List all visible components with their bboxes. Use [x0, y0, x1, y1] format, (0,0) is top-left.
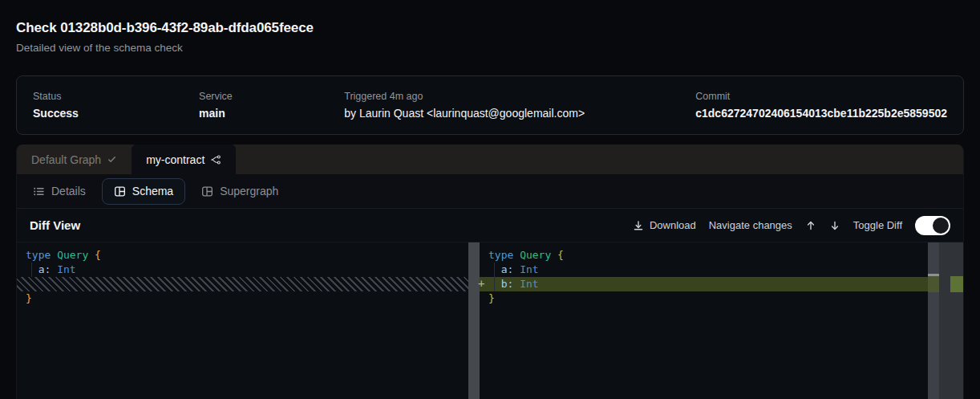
- download-label: Download: [650, 219, 696, 231]
- overview-added-marker: [950, 276, 963, 292]
- commit-value: c1dc62724702406154013cbe11b225b2e5859502: [695, 106, 947, 121]
- diff-right-code: type Query { a: Int b: Int}: [480, 248, 928, 306]
- code-line: a: Int: [17, 263, 468, 277]
- service-value: main: [199, 106, 344, 121]
- tab-details[interactable]: Details: [30, 185, 89, 197]
- panels-icon: [201, 185, 213, 197]
- overview-added-shadow: [928, 276, 939, 292]
- status-label: Status: [33, 90, 199, 103]
- tab-my-contract-label: my-contract: [146, 153, 205, 166]
- toggle-diff-switch[interactable]: [915, 216, 950, 235]
- panels-icon: [114, 185, 126, 197]
- next-change-button[interactable]: [829, 220, 840, 231]
- diff-right-pane: type Query { a: Int b: Int}: [480, 242, 928, 399]
- check-icon: [107, 154, 117, 165]
- diff-left-code: type Query { a: Int}: [17, 248, 468, 306]
- tab-schema-label: Schema: [132, 185, 173, 197]
- triggered-value: by Laurin Quast <laurinquast@googlemail.…: [344, 106, 695, 121]
- triggered-label: Triggered 4m ago: [344, 90, 695, 103]
- toggle-knob: [933, 218, 949, 234]
- summary-status: Status Success: [33, 90, 199, 121]
- diff-toolbar: Diff View Download Navigate changes: [17, 209, 963, 242]
- view-tab-bar: Details Schema Supergraph: [17, 174, 963, 209]
- summary-triggered: Triggered 4m ago by Laurin Quast <laurin…: [344, 90, 695, 121]
- diff-placeholder-line: [17, 277, 468, 291]
- navigate-changes-button[interactable]: Navigate changes: [709, 219, 792, 231]
- diff-view-title: Diff View: [30, 218, 80, 232]
- code-line: a: Int: [480, 263, 928, 277]
- code-line: }: [480, 291, 928, 306]
- diff-toolbar-actions: Download Navigate changes Toggle Diff: [633, 216, 950, 235]
- tab-my-contract[interactable]: my-contract: [132, 145, 236, 174]
- code-line: type Query {: [480, 248, 928, 263]
- overview-scrollbar-thumb[interactable]: [928, 242, 939, 399]
- code-line: }: [17, 291, 468, 306]
- navigate-changes-label: Navigate changes: [709, 219, 792, 231]
- arrow-down-icon: [829, 220, 840, 231]
- download-icon: [633, 220, 644, 231]
- list-icon: [33, 185, 45, 197]
- diff-added-line: b: Int: [480, 277, 928, 291]
- commit-label: Commit: [695, 90, 947, 103]
- summary-commit: Commit c1dc62724702406154013cbe11b225b2e…: [695, 90, 947, 121]
- diff-left-pane: type Query { a: Int}: [17, 242, 468, 399]
- tab-details-label: Details: [51, 185, 86, 197]
- check-detail-panel: Default Graph my-contract Details: [16, 145, 964, 399]
- toggle-diff-label: Toggle Diff: [853, 219, 902, 231]
- page-header: Check 01328b0d-b396-43f2-89ab-dfda065fee…: [16, 0, 964, 55]
- tab-supergraph[interactable]: Supergraph: [198, 185, 281, 197]
- page: Check 01328b0d-b396-43f2-89ab-dfda065fee…: [0, 0, 980, 399]
- left-pane-scrollbar[interactable]: [468, 242, 480, 399]
- graph-tab-bar: Default Graph my-contract: [17, 145, 963, 174]
- arrow-up-icon: [805, 220, 816, 231]
- check-summary-card: Status Success Service main Triggered 4m…: [16, 75, 964, 135]
- added-line-marker: +: [478, 276, 484, 291]
- tab-supergraph-label: Supergraph: [220, 185, 278, 197]
- page-subtitle: Detailed view of the schema check: [16, 41, 964, 55]
- page-title: Check 01328b0d-b396-43f2-89ab-dfda065fee…: [16, 19, 964, 37]
- diff-overview-ruler[interactable]: [928, 242, 963, 399]
- tab-default-graph[interactable]: Default Graph: [17, 145, 132, 174]
- service-label: Service: [199, 90, 344, 103]
- status-value: Success: [33, 106, 199, 121]
- tab-default-graph-label: Default Graph: [31, 153, 101, 166]
- summary-service: Service main: [199, 90, 344, 121]
- diff-view: type Query { a: Int} type Query { a: Int…: [17, 242, 963, 399]
- download-button[interactable]: Download: [633, 219, 696, 231]
- previous-change-button[interactable]: [805, 220, 816, 231]
- contract-icon: [210, 154, 221, 165]
- code-line: type Query {: [17, 248, 468, 263]
- tab-schema[interactable]: Schema: [102, 178, 185, 205]
